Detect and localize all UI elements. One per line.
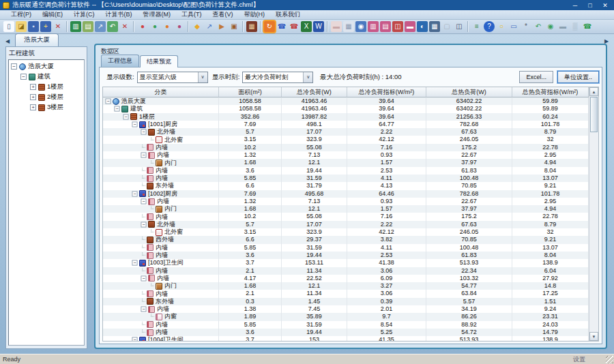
scroll-down-icon[interactable]: ▼ — [589, 332, 598, 341]
header-cooling-index[interactable]: 总冷负荷指标(W/m²) — [347, 87, 426, 97]
table-row[interactable]: 内门 1.68 12.1 1.57 37.97 4.94 — [103, 159, 589, 166]
save-icon[interactable]: ▪ — [28, 21, 39, 32]
table-tool-icon[interactable]: ▦ — [429, 21, 440, 32]
tab-project-info[interactable]: 工程信息 — [101, 55, 139, 67]
expand-toggle-icon[interactable] — [11, 63, 17, 70]
menu-item[interactable]: 管理器(M) — [138, 10, 177, 19]
phone-green-icon[interactable]: ☎ — [582, 21, 593, 32]
tree-item[interactable]: 2楼层 — [9, 92, 84, 102]
menu-item[interactable]: 计算(C) — [68, 10, 100, 19]
menu-item[interactable]: 联系我们 — [270, 10, 306, 19]
time-select[interactable]: 最大冷负荷时刻 ∨ — [242, 72, 313, 83]
table-row[interactable]: 内墙 2.1 11.34 3.06 22.34 6.04 — [103, 267, 589, 275]
table-row[interactable]: 建筑 1058.58 41963.46 39.64 63402.22 59.89 — [103, 105, 589, 112]
table-row[interactable]: 内墙 10.2 55.08 7.16 175.2 22.78 — [103, 213, 589, 220]
chevron-down-icon[interactable]: ∨ — [303, 72, 312, 82]
table-row[interactable]: 内墙 5.85 31.59 4.11 100.48 13.07 — [103, 244, 589, 252]
table-row[interactable]: 内墙 3.6 19.44 2.53 61.83 8.04 — [103, 167, 589, 175]
import-cad-icon[interactable]: ▥ — [70, 21, 81, 32]
table-row[interactable]: 内门 1.68 12.1 3.27 54.77 14.8 — [103, 282, 589, 290]
expand-toggle-icon[interactable] — [30, 104, 36, 110]
export-tool-icon[interactable]: ↗ — [204, 21, 215, 32]
table-row[interactable]: 内墙 1.32 7.13 0.93 22.67 2.95 — [103, 151, 589, 159]
call-red-icon[interactable]: ☎ — [289, 21, 299, 32]
help-icon[interactable]: ? — [484, 21, 495, 32]
box-tool-icon[interactable]: ▣ — [229, 21, 239, 32]
table-row[interactable]: [1004]卫生间 3.7 153 41.35 513.93 138.9 — [103, 336, 589, 341]
new-file-icon[interactable]: ▯ — [3, 21, 14, 32]
expand-toggle-icon[interactable] — [142, 252, 145, 256]
expand-toggle-icon[interactable] — [151, 207, 154, 210]
expand-toggle-icon[interactable] — [151, 137, 154, 140]
settings-icon[interactable]: * — [521, 21, 531, 32]
table-row[interactable]: 内墙 1.32 7.13 0.93 22.67 2.95 — [103, 198, 589, 205]
expand-toggle-icon[interactable] — [142, 145, 145, 148]
room-tool-green-icon[interactable]: ● — [149, 21, 160, 32]
excel-button[interactable]: Excel... — [519, 71, 553, 83]
header-cooling-load[interactable]: 总冷负荷(W) — [282, 87, 347, 97]
image-tool-icon[interactable]: ▦ — [246, 21, 257, 32]
tree-item[interactable]: 3楼层 — [9, 102, 84, 112]
menu-item[interactable]: 查看(V) — [207, 10, 239, 19]
restore-button[interactable]: □ — [583, 1, 598, 10]
table-row[interactable]: 内门 1.68 12.1 1.57 37.97 4.94 — [103, 205, 589, 213]
table-row[interactable]: [1001]厨房 7.69 498.1 64.77 782.68 101.78 — [103, 121, 589, 128]
close-button[interactable]: ✕ — [598, 1, 613, 10]
open-folder-icon[interactable]: ◪ — [16, 21, 27, 32]
room-tool-orange-icon[interactable]: ● — [162, 21, 173, 32]
disabled-tool-icon[interactable]: ▬ — [331, 21, 342, 32]
toggle-tool-icon[interactable]: ▒ — [570, 21, 581, 32]
header-area[interactable]: 面积(m²) — [219, 87, 282, 97]
expand-toggle-icon[interactable] — [142, 237, 145, 241]
table-row[interactable]: 内墙 3.6 19.44 2.53 61.83 8.04 — [103, 252, 589, 259]
header-category[interactable]: 分类 — [103, 87, 219, 97]
expand-toggle-icon[interactable] — [142, 322, 145, 325]
expand-toggle-icon[interactable] — [30, 94, 36, 100]
excel-export-icon[interactable]: X — [301, 21, 312, 32]
menu-item[interactable]: 工具(T) — [176, 10, 207, 19]
expand-toggle-icon[interactable] — [141, 153, 146, 158]
minimize-button[interactable]: ─ — [568, 1, 583, 10]
expand-toggle-icon[interactable] — [30, 84, 36, 90]
edit-room-icon[interactable]: ↗ — [95, 21, 106, 32]
menu-item[interactable]: 帮助(H) — [239, 10, 271, 19]
expand-toggle-icon[interactable] — [141, 307, 146, 312]
expand-toggle-icon[interactable] — [105, 99, 111, 104]
user-green-icon[interactable]: ◉ — [545, 21, 556, 32]
expand-toggle-icon[interactable] — [142, 291, 145, 294]
vertical-scrollbar[interactable]: ▲ ▼ — [589, 87, 598, 341]
tree-item[interactable]: 1楼层 — [9, 82, 84, 92]
expand-toggle-icon[interactable] — [141, 222, 146, 227]
table-row[interactable]: 内墙 3.6 19.44 5.25 54.72 14.79 — [103, 329, 589, 336]
tab-scroll-left-icon[interactable]: ◀ — [3, 38, 12, 46]
expand-toggle-icon[interactable] — [132, 121, 137, 127]
new-room-icon[interactable]: ▤ — [83, 21, 93, 32]
table-row[interactable]: [1003]卫生间 3.7 153.11 41.38 513.93 138.9 — [103, 259, 589, 267]
columns-tool-icon[interactable]: ◫ — [454, 21, 465, 32]
table-row[interactable]: 北外墙 5.7 17.07 2.22 67.63 8.79 — [103, 221, 589, 228]
globe-stat-icon[interactable]: ◐ — [417, 21, 428, 32]
table-row[interactable]: 浩辰大厦 1058.58 41963.46 39.64 63402.22 59.… — [103, 97, 589, 105]
expand-toggle-icon[interactable] — [123, 114, 128, 119]
expand-toggle-icon[interactable] — [132, 260, 137, 266]
menu-item[interactable]: 计算书(B) — [100, 10, 138, 19]
diamond-tool-icon[interactable]: ◆ — [192, 21, 203, 32]
level-select[interactable]: 显示至第六级 ∨ — [137, 72, 208, 83]
expand-toggle-icon[interactable] — [142, 175, 145, 179]
expand-toggle-icon[interactable] — [114, 106, 119, 112]
delete-icon[interactable]: ✕ — [53, 21, 63, 32]
expand-toggle-icon[interactable] — [151, 284, 154, 287]
room-tool-red-icon[interactable]: ● — [137, 21, 148, 32]
table-row[interactable]: 内墙 4.17 22.52 6.09 103.32 27.92 — [103, 275, 589, 282]
header-heating-index[interactable]: 总热负荷指标(W/m²) — [512, 87, 589, 97]
table-row[interactable]: 1楼层 352.86 13987.82 39.64 21256.33 60.24 — [103, 113, 589, 121]
table-row[interactable]: 内墙 2.1 11.34 3.06 63.84 17.25 — [103, 290, 589, 297]
expand-toggle-icon[interactable] — [151, 314, 154, 318]
save-as-icon[interactable]: + — [40, 21, 51, 32]
table-row[interactable]: [1002]厨房 7.69 495.68 64.46 782.68 101.78 — [103, 190, 589, 198]
call-blue-icon[interactable]: ☎ — [276, 21, 287, 32]
tree-list-icon[interactable]: ≡ — [471, 21, 482, 32]
expand-toggle-icon[interactable] — [142, 214, 145, 217]
expand-toggle-icon[interactable] — [142, 168, 145, 171]
undo-green-icon[interactable]: ↶ — [533, 21, 544, 32]
